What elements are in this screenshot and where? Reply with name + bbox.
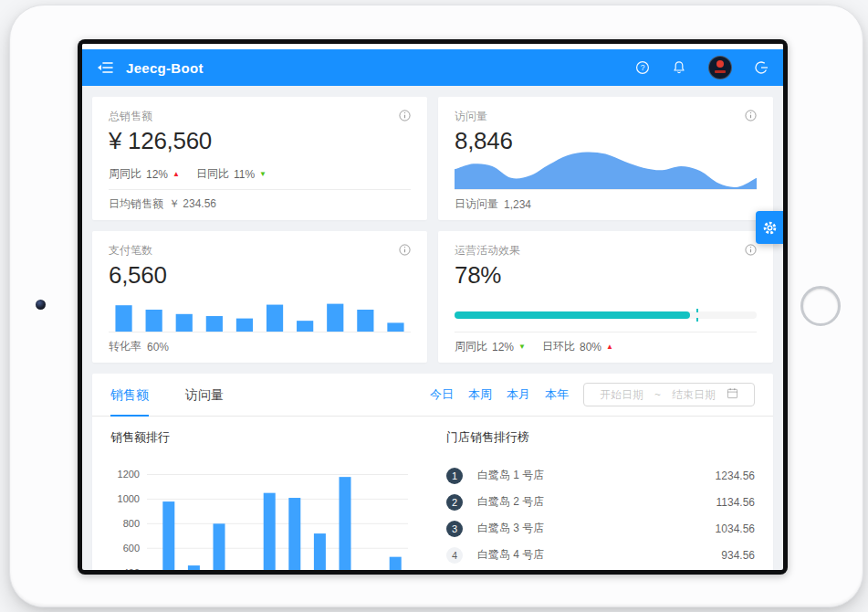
sales-rank-bar-chart: 120010008006004002000 bbox=[110, 453, 419, 570]
sales-tabbar: 销售额访问量 今日本周本月本年 开始日期 ~ 结束日期 bbox=[92, 374, 773, 417]
store-rank-title: 门店销售排行榜 bbox=[446, 429, 755, 446]
svg-text:1000: 1000 bbox=[118, 493, 140, 504]
store-rank-list: 1 白鹭岛 1 号店 1234.56 2 白鹭岛 2 号店 1134.56 3 … bbox=[446, 462, 755, 568]
total-sales-footer: 日均销售额 ￥ 234.56 bbox=[109, 189, 411, 213]
sales-rank-chart-title: 销售额排行 bbox=[110, 429, 419, 446]
store-name: 白鹭岛 2 号店 bbox=[477, 494, 544, 510]
sales-rank-chart-column: 销售额排行 120010008006004002000 bbox=[110, 429, 419, 570]
date-range-picker[interactable]: 开始日期 ~ 结束日期 bbox=[583, 383, 755, 406]
dashboard-content: 总销售额 ¥ 126,560 周同比12%▲ 日同比11%▼ bbox=[92, 97, 773, 570]
store-sales-value: 1134.56 bbox=[716, 496, 756, 509]
footer-value: 1,234 bbox=[504, 198, 531, 211]
footer-label: 日访问量 bbox=[455, 196, 498, 212]
info-icon[interactable] bbox=[745, 244, 757, 259]
help-icon[interactable]: ? bbox=[635, 60, 650, 75]
progress-target-marker bbox=[696, 309, 698, 322]
stat-card-row-1: 总销售额 ¥ 126,560 周同比12%▲ 日同比11%▼ bbox=[92, 97, 773, 220]
store-rank-column: 门店销售排行榜 1 白鹭岛 1 号店 1234.56 2 白鹭岛 2 号店 11… bbox=[446, 429, 755, 570]
trend-week: 周同比12%▲ bbox=[109, 166, 180, 182]
notification-bell-icon[interactable] bbox=[672, 60, 686, 75]
trend-week: 周同比12%▼ bbox=[455, 339, 526, 354]
app-title: Jeecg-Boot bbox=[126, 60, 204, 76]
store-sales-value: 1234.56 bbox=[716, 470, 755, 482]
header-actions: ? bbox=[635, 56, 769, 79]
quick-filter-2[interactable]: 本月 bbox=[507, 386, 530, 403]
card-payments: 支付笔数 6,560 转化率 60% bbox=[92, 231, 427, 363]
user-avatar[interactable] bbox=[708, 56, 732, 79]
quick-filter-1[interactable]: 本周 bbox=[468, 386, 492, 403]
svg-text:800: 800 bbox=[123, 518, 140, 529]
footer-value: ￥ 234.56 bbox=[169, 196, 216, 212]
svg-text:1200: 1200 bbox=[118, 469, 140, 480]
logout-icon[interactable] bbox=[754, 60, 769, 75]
tab-0[interactable]: 销售额 bbox=[110, 374, 149, 416]
effect-footer: 周同比12%▼ 日环比80%▲ bbox=[455, 332, 757, 355]
screen-bezel: Jeecg-Boot ? bbox=[78, 39, 788, 575]
effect-progress bbox=[455, 311, 757, 332]
total-sales-value: ¥ 126,560 bbox=[109, 126, 411, 156]
tabs: 销售额访问量 bbox=[110, 374, 260, 416]
calendar-icon bbox=[727, 387, 738, 402]
menu-fold-icon[interactable] bbox=[97, 60, 113, 75]
payments-value: 6,560 bbox=[109, 260, 411, 290]
avatar-logo-bar bbox=[715, 70, 726, 73]
card-total-sales: 总销售额 ¥ 126,560 周同比12%▲ 日同比11%▼ bbox=[92, 97, 427, 220]
card-operation-effect: 运营活动效果 78% bbox=[438, 231, 773, 363]
rank-badge: 1 bbox=[446, 468, 463, 484]
card-title: 总销售额 bbox=[109, 109, 152, 124]
trend-day: 日环比80%▲ bbox=[542, 339, 613, 354]
visits-footer: 日访问量 1,234 bbox=[455, 189, 757, 213]
card-title: 访问量 bbox=[455, 109, 487, 124]
app-viewport: Jeecg-Boot ? bbox=[82, 44, 783, 570]
progress-fill bbox=[455, 311, 690, 319]
rank-row: 3 白鹭岛 3 号店 1034.56 bbox=[446, 515, 755, 542]
card-title: 运营活动效果 bbox=[455, 243, 520, 259]
start-date-placeholder[interactable]: 开始日期 bbox=[600, 387, 643, 403]
front-camera bbox=[36, 300, 46, 310]
quick-filter-group: 今日本周本月本年 bbox=[430, 386, 569, 403]
info-icon[interactable] bbox=[399, 110, 411, 124]
svg-text:400: 400 bbox=[123, 567, 140, 570]
store-sales-value: 934.56 bbox=[721, 549, 755, 562]
quick-filter-0[interactable]: 今日 bbox=[430, 386, 454, 403]
svg-text:?: ? bbox=[641, 63, 645, 72]
payments-bar-chart bbox=[109, 301, 411, 332]
trend-day: 日同比11%▼ bbox=[196, 166, 267, 182]
tab-1[interactable]: 访问量 bbox=[185, 374, 224, 416]
quick-filter-3[interactable]: 本年 bbox=[545, 386, 569, 403]
sales-panel: 销售额排行 120010008006004002000 门店销售排行榜 1 白鹭… bbox=[92, 417, 773, 570]
end-date-placeholder[interactable]: 结束日期 bbox=[672, 387, 716, 403]
tab-extra-actions: 今日本周本月本年 开始日期 ~ 结束日期 bbox=[430, 383, 755, 406]
rank-badge: 3 bbox=[446, 521, 463, 537]
info-icon[interactable] bbox=[399, 244, 411, 259]
home-button bbox=[800, 286, 841, 326]
tablet-device-frame: Jeecg-Boot ? bbox=[9, 5, 863, 607]
sales-analysis-card: 销售额访问量 今日本周本月本年 开始日期 ~ 结束日期 bbox=[92, 374, 773, 570]
rank-row: 4 白鹭岛 4 号店 934.56 bbox=[446, 542, 755, 568]
total-sales-trends: 周同比12%▲ 日同比11%▼ bbox=[109, 166, 267, 189]
store-name: 白鹭岛 1 号店 bbox=[477, 468, 544, 483]
payments-footer: 转化率 60% bbox=[109, 332, 411, 355]
store-name: 白鹭岛 4 号店 bbox=[477, 547, 544, 563]
date-separator: ~ bbox=[654, 388, 661, 401]
rank-badge: 2 bbox=[446, 494, 463, 511]
info-icon[interactable] bbox=[745, 110, 757, 124]
effect-value: 78% bbox=[455, 260, 757, 290]
store-name: 白鹭岛 3 号店 bbox=[477, 521, 544, 536]
app-header: Jeecg-Boot ? bbox=[82, 49, 783, 86]
rank-row: 2 白鹭岛 2 号店 1134.56 bbox=[446, 489, 755, 515]
stat-card-row-2: 支付笔数 6,560 转化率 60% bbox=[92, 231, 773, 363]
visits-area-chart bbox=[455, 147, 757, 189]
store-sales-value: 1034.56 bbox=[716, 522, 755, 535]
footer-label: 转化率 bbox=[109, 339, 141, 354]
svg-text:600: 600 bbox=[123, 543, 140, 554]
rank-badge: 4 bbox=[446, 547, 463, 564]
progress-track bbox=[455, 311, 757, 319]
rank-row: 1 白鹭岛 1 号店 1234.56 bbox=[446, 462, 755, 489]
footer-value: 60% bbox=[147, 341, 169, 353]
avatar-logo-mark bbox=[716, 60, 724, 68]
card-visits: 访问量 8,846 日访问量 1,234 bbox=[438, 97, 773, 220]
settings-gear-button[interactable] bbox=[756, 211, 783, 244]
card-title: 支付笔数 bbox=[109, 243, 152, 259]
footer-label: 日均销售额 bbox=[109, 196, 163, 212]
